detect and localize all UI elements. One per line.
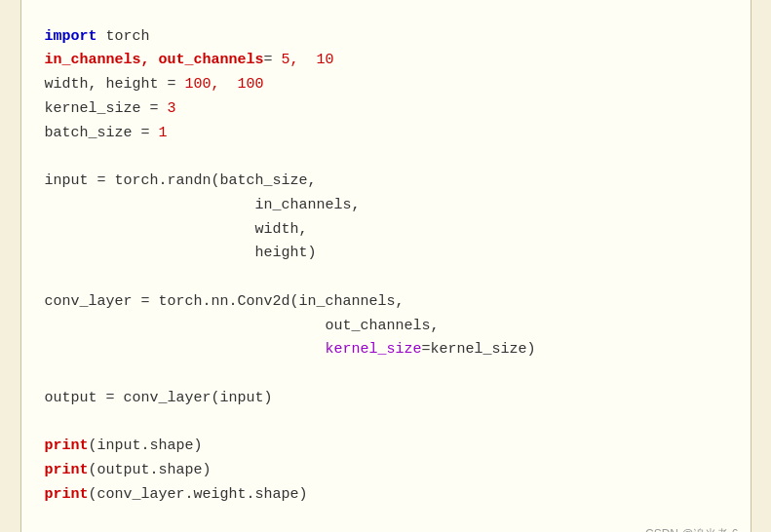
import-keyword: import (45, 28, 97, 45)
print2-arg: (output.shape) (89, 462, 212, 478)
print1-fn: print (45, 437, 89, 454)
wh-values: 100, 100 (185, 76, 264, 93)
watermark: CSDN @追光者 6 (645, 526, 739, 532)
kernel-eq: =kernel_size) (422, 341, 536, 358)
wh-vars: width, height = (45, 76, 185, 93)
batch-line: batch_size = (45, 125, 159, 141)
output-line: output = conv_layer(input) (45, 390, 273, 406)
code-block: import torch in_channels, out_channels= … (45, 1, 727, 532)
import-torch: torch (97, 28, 150, 45)
print1-arg: (input.shape) (89, 437, 203, 454)
channels-vars: in_channels, out_channels (45, 52, 264, 68)
channels-values: 5, 10 (282, 52, 334, 68)
print3-arg: (conv_layer.weight.shape) (89, 486, 308, 503)
batch-value: 1 (159, 125, 168, 141)
channels-assign: = (264, 52, 282, 68)
print2-fn: print (45, 462, 89, 478)
kernel-param: kernel_size (326, 341, 422, 358)
kernel-line: kernel_size = (45, 100, 168, 117)
kernel-value: 3 (168, 100, 176, 117)
input-line: input = torch.randn(batch_size, in_chann… (45, 172, 361, 261)
code-container: import torch in_channels, out_channels= … (20, 0, 752, 532)
print3-fn: print (45, 486, 89, 503)
